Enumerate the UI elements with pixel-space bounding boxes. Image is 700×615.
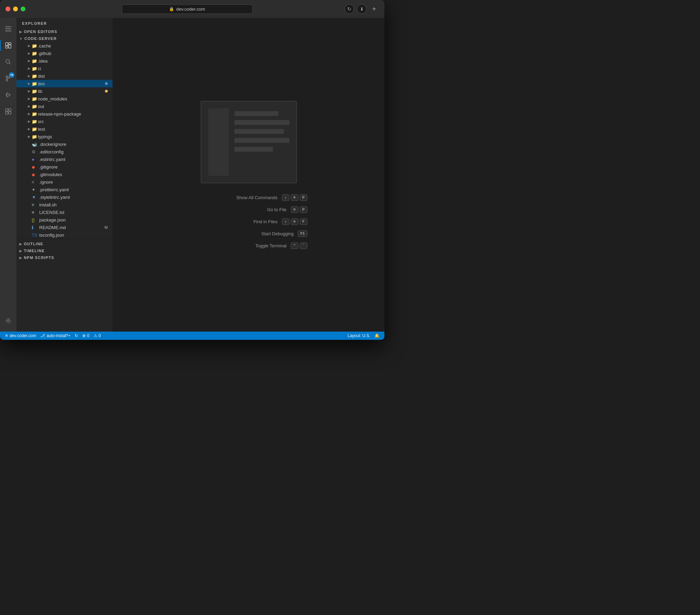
docker-icon: 🐋 [32, 142, 38, 147]
activity-settings[interactable] [0, 312, 17, 329]
status-branch[interactable]: ⎇ auto-install*+ [38, 332, 73, 340]
url-display[interactable]: 🔒 dev.coder.com [122, 4, 253, 14]
folder-icon: 📁 [32, 81, 38, 86]
tree-item-gitmodules[interactable]: ◆ .gitmodules [17, 171, 113, 178]
npm-scripts-chevron [19, 256, 22, 260]
folder-icon: 📁 [32, 104, 38, 109]
tree-item-release-npm-package[interactable]: ▶ 📁 release-npm-package [17, 110, 113, 118]
npm-scripts-section[interactable]: NPM SCRIPTS [17, 254, 113, 261]
refresh-button[interactable]: ↻ [344, 4, 354, 14]
activity-source-control[interactable]: 75 [0, 70, 17, 87]
warning-count: 0 [99, 333, 101, 338]
svg-rect-3 [6, 43, 8, 45]
activity-extensions[interactable] [0, 103, 17, 120]
tree-item-src[interactable]: ▶ 📁 src [17, 118, 113, 125]
tree-item-readme[interactable]: ℹ README.md M [17, 224, 113, 231]
tree-item-github[interactable]: ▶ 📁 .github [17, 50, 113, 57]
tree-item-prettierrc[interactable]: ✦ .prettierrc.yaml [17, 186, 113, 193]
tree-item-cache[interactable]: ▶ 📁 .cache [17, 42, 113, 50]
svg-rect-0 [5, 26, 11, 27]
status-errors[interactable]: ⊗ 0 [80, 332, 92, 340]
item-label-cache: .cache [38, 43, 110, 48]
outline-chevron [19, 242, 22, 246]
minimize-button[interactable] [13, 7, 18, 11]
activity-explorer[interactable] [0, 37, 17, 54]
tree-item-gitignore[interactable]: ◆ .gitignore [17, 163, 113, 171]
tree-item-license[interactable]: ≡ LICENSE.txt [17, 208, 113, 216]
tree-item-ignore[interactable]: ≡ .ignore [17, 178, 113, 186]
status-warnings[interactable]: ⚠ 0 [92, 332, 103, 340]
status-remote[interactable]: ✕ dev.coder.com [3, 332, 38, 340]
tree-item-packagejson[interactable]: {} package.json [17, 216, 113, 224]
tree-item-tsconfig[interactable]: TS tsconfig.json [17, 231, 113, 239]
tree-item-idea[interactable]: ▶ 📁 .idea [17, 57, 113, 65]
activity-run[interactable] [0, 87, 17, 103]
folder-icon: 📁 [32, 134, 38, 139]
item-label-stylelintrc: .stylelintrc.yaml [39, 195, 110, 200]
warning-icon: ⚠ [94, 333, 97, 338]
status-sync[interactable]: ↻ [73, 332, 80, 340]
activity-menu[interactable] [0, 21, 17, 37]
tree-item-eslintrc[interactable]: ● .eslintrc.yaml [17, 155, 113, 163]
folder-chevron: ▶ [26, 59, 32, 63]
vis-bar-2 [234, 120, 289, 125]
code-server-section[interactable]: CODE-SERVER [17, 35, 113, 42]
shortcut-keys-find-in-files: ⇧ ⌘ F [282, 218, 307, 225]
item-label-eslintrc: .eslintrc.yaml [39, 157, 110, 162]
key-ctrl: ^ [291, 242, 298, 249]
tree-item-test[interactable]: ▶ 📁 test [17, 125, 113, 133]
new-tab-button[interactable]: + [369, 4, 379, 14]
status-bell[interactable]: 🔔 [372, 333, 382, 338]
download-icon[interactable]: ⬇ [357, 4, 367, 14]
code-server-chevron [19, 37, 23, 41]
shortcut-keys-toggle-terminal: ^ ` [291, 242, 307, 249]
tree-item-dockerignore[interactable]: 🐋 .dockerignore [17, 140, 113, 148]
key-p: P [300, 194, 307, 201]
welcome-container: Show All Commands ⇧ ⌘ P Go to File ⌘ P [190, 101, 307, 249]
vis-bar-1 [234, 111, 278, 116]
close-button[interactable] [6, 7, 10, 11]
tree-item-dist[interactable]: ▶ 📁 dist [17, 72, 113, 80]
folder-chevron: ▶ [26, 82, 32, 85]
item-label-out: out [38, 104, 110, 109]
tree-item-node-modules[interactable]: ▶ 📁 node_modules [17, 95, 113, 102]
stylelint-icon: ▼ [32, 195, 38, 200]
titlebar: 🔒 dev.coder.com ↻ ⬇ + [0, 0, 384, 18]
shell-icon: ≡ [32, 202, 38, 207]
svg-point-19 [7, 320, 9, 322]
folder-icon: 📁 [32, 74, 38, 79]
tree-item-out[interactable]: ▶ 📁 out [17, 102, 113, 110]
open-editors-section[interactable]: OPEN EDITORS [17, 28, 113, 35]
git-icon2: ◆ [32, 172, 38, 177]
folder-chevron: ▶ [26, 52, 32, 55]
outline-label: OUTLINE [24, 242, 43, 246]
item-label-typings: typings [38, 134, 110, 139]
svg-rect-2 [5, 31, 11, 31]
tree-item-doc[interactable]: ▶ 📁 doc [17, 80, 113, 87]
welcome-visual [201, 101, 297, 183]
tree-item-stylelintrc[interactable]: ▼ .stylelintrc.yaml [17, 193, 113, 201]
tree-item-lib[interactable]: ▶ 📁 lib [17, 87, 113, 95]
item-label-dist: dist [38, 74, 110, 79]
svg-rect-4 [9, 43, 11, 44]
status-remote-host: dev.coder.com [10, 333, 36, 338]
open-editors-label: OPEN EDITORS [24, 30, 57, 34]
maximize-button[interactable] [21, 7, 25, 11]
shortcut-keys-go-to-file: ⌘ P [291, 206, 307, 213]
item-label-release-npm-package: release-npm-package [38, 111, 110, 117]
status-layout[interactable]: Layout: U.S. [346, 333, 372, 338]
item-label-github: .github [38, 51, 110, 56]
shortcut-label-toggle-terminal: Toggle Terminal [190, 243, 287, 248]
timeline-section[interactable]: TIMELINE [17, 247, 113, 254]
tree-item-typings[interactable]: ▶ 📁 typings [17, 133, 113, 140]
text-icon: ≡ [32, 180, 38, 185]
tree-item-installsh[interactable]: ≡ install.sh [17, 201, 113, 208]
outline-section[interactable]: OUTLINE [17, 240, 113, 247]
tree-item-editorconfig[interactable]: ⚙ .editorconfig [17, 148, 113, 155]
tree-item-ci[interactable]: ▶ 📁 ci [17, 65, 113, 72]
activity-search[interactable] [0, 54, 17, 70]
folder-icon: 📁 [32, 51, 38, 56]
item-label-tsconfig: tsconfig.json [39, 233, 110, 238]
shortcut-start-debugging: Start Debugging F5 [190, 230, 307, 237]
folder-icon: 📁 [32, 127, 38, 132]
